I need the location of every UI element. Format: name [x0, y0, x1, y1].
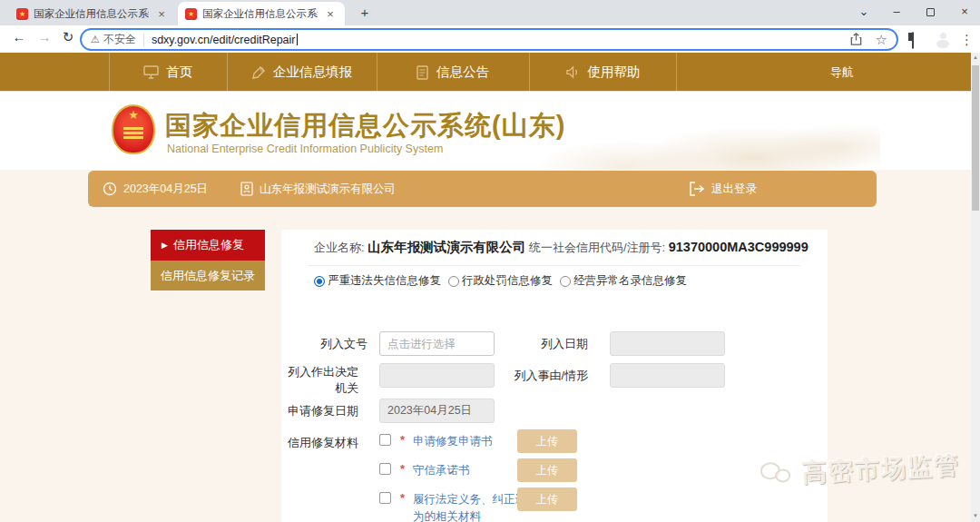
- url-text[interactable]: sdxy.gov.cn/edit/creditRepair: [152, 34, 296, 46]
- header-background-art: [517, 92, 880, 170]
- address-bar[interactable]: ⚠ 不安全 sdxy.gov.cn/edit/creditRepair ☆: [80, 28, 898, 51]
- list-doc-number-label: 列入文号: [288, 336, 368, 352]
- not-secure-label[interactable]: 不安全: [103, 32, 136, 47]
- sidebar-item-repair-records[interactable]: 信用信息修复记录: [151, 261, 265, 291]
- national-emblem-logo: ★: [112, 104, 155, 154]
- active-marker-icon: ▶: [162, 241, 168, 250]
- radio-icon[interactable]: [448, 276, 459, 287]
- wechat-icon: [760, 459, 796, 490]
- logout-label: 退出登录: [711, 182, 757, 197]
- nav-label: 企业信息填报: [273, 64, 352, 81]
- radio-selected-icon[interactable]: [314, 276, 325, 287]
- radio-admin-penalty[interactable]: 行政处罚信息修复: [448, 273, 553, 289]
- material-checkbox-3[interactable]: [379, 492, 391, 504]
- company-name-label: 企业名称:: [314, 241, 365, 254]
- not-secure-warning-icon: ⚠: [91, 34, 100, 45]
- company-info-row: 企业名称: 山东年报测试演示有限公司 统一社会信用代码/注册号: 9137000…: [314, 239, 808, 256]
- upload-button-2[interactable]: 上传: [517, 458, 577, 482]
- monitor-icon: [143, 65, 159, 79]
- pen-icon: [251, 65, 266, 80]
- emblem-star: ★: [113, 106, 153, 124]
- chip-separator: [143, 34, 144, 46]
- sidebar-label: 信用信息修复: [173, 237, 244, 253]
- radio-label: 严重违法失信信息修复: [328, 273, 441, 289]
- list-reason-label: 列入事由/情形: [490, 368, 588, 384]
- browser-tab-1[interactable]: ★ 国家企业信用信息公示系统 ×: [9, 2, 176, 25]
- window-restore-button[interactable]: [926, 8, 935, 16]
- nav-item-announcements[interactable]: 信息公告: [377, 53, 529, 92]
- tab-close-icon[interactable]: ×: [323, 7, 338, 21]
- logged-in-company: 山东年报测试演示有限公司: [240, 171, 396, 207]
- nav-label: 首页: [166, 64, 192, 81]
- upload-button-1[interactable]: 上传: [517, 429, 577, 453]
- company-text: 山东年报测试演示有限公司: [260, 182, 396, 197]
- window-close-button[interactable]: ×: [955, 4, 975, 20]
- new-tab-button[interactable]: +: [356, 4, 374, 22]
- nav-item-home[interactable]: 首页: [109, 53, 227, 92]
- apply-date-input: [379, 399, 495, 423]
- back-button[interactable]: ←: [9, 29, 29, 44]
- deciding-authority-label: 列入作出决定机关: [279, 364, 358, 396]
- divider: [309, 265, 800, 266]
- nav-navigation-link[interactable]: 导航: [830, 64, 854, 81]
- deciding-authority-input: [379, 363, 495, 388]
- radio-icon[interactable]: [560, 276, 571, 287]
- text-caret: [297, 34, 298, 45]
- share-icon[interactable]: [849, 33, 863, 46]
- speaker-icon: [565, 65, 581, 79]
- sidebar-label: 信用信息修复记录: [161, 268, 255, 284]
- site-title: 国家企业信用信息公示系统(山东): [165, 108, 565, 144]
- date-text: 2023年04月25日: [123, 182, 208, 197]
- list-date-label: 列入日期: [490, 336, 588, 352]
- browser-tab-strip: ★ 国家企业信用信息公示系统 × ★ 国家企业信用信息公示系统 × + ⌄ – …: [0, 0, 980, 25]
- logout-button[interactable]: 退出登录: [690, 171, 757, 207]
- required-asterisk: *: [400, 491, 405, 505]
- apply-date-label: 申请修复日期: [279, 403, 358, 419]
- tab-search-chevron-icon[interactable]: ⌄: [854, 4, 874, 20]
- nav-label: 信息公告: [436, 64, 489, 81]
- sidebar-item-credit-repair[interactable]: ▶ 信用信息修复: [151, 230, 265, 261]
- nav-label: 使用帮助: [588, 64, 641, 81]
- site-favicon-icon: ★: [16, 8, 28, 20]
- list-reason-input: [610, 363, 725, 388]
- radio-abnormal-list[interactable]: 经营异常名录信息修复: [560, 273, 687, 289]
- materials-label: 信用修复材料: [279, 435, 358, 451]
- nav-divider: [676, 53, 677, 92]
- tab-title: 国家企业信用信息公示系统: [34, 7, 149, 21]
- site-favicon-icon: ★: [185, 8, 197, 20]
- side-panel-icon[interactable]: [912, 33, 914, 49]
- required-asterisk: *: [400, 462, 405, 476]
- current-date: 2023年04月25日: [103, 171, 208, 207]
- scroll-up-icon[interactable]: ▲: [971, 54, 980, 60]
- tab-close-icon[interactable]: ×: [154, 7, 169, 21]
- session-info-bar: 2023年04月25日 山东年报测试演示有限公司 退出登录: [88, 171, 877, 207]
- scrollbar-thumb[interactable]: [972, 65, 979, 211]
- nav-item-help[interactable]: 使用帮助: [529, 53, 676, 92]
- required-asterisk: *: [400, 433, 405, 447]
- bookmark-star-icon[interactable]: ☆: [876, 32, 887, 48]
- scroll-down-icon[interactable]: ▼: [971, 513, 980, 518]
- radio-label: 经营异常名录信息修复: [573, 273, 687, 289]
- browser-tab-2-active[interactable]: ★ 国家企业信用信息公示系统 ×: [178, 2, 345, 25]
- browser-menu-icon[interactable]: ⋮: [960, 32, 974, 48]
- upload-button-3[interactable]: 上传: [517, 488, 577, 511]
- credit-code-label: 统一社会信用代码/注册号:: [529, 241, 665, 254]
- site-subtitle: National Enterprise Credit Information P…: [167, 143, 443, 155]
- material-checkbox-2[interactable]: [379, 463, 391, 475]
- radio-label: 行政处罚信息修复: [462, 273, 553, 289]
- watermark-text: 高密市场监管: [801, 448, 961, 489]
- emblem-gate: [123, 127, 143, 130]
- window-minimize-button[interactable]: –: [887, 4, 906, 20]
- document-icon: [416, 65, 429, 80]
- company-name-value: 山东年报测试演示有限公司: [368, 240, 525, 254]
- reload-button[interactable]: ↻: [58, 29, 78, 45]
- forward-button[interactable]: →: [34, 29, 54, 44]
- list-doc-number-input[interactable]: [379, 331, 495, 356]
- list-date-input: [610, 331, 725, 356]
- material-checkbox-1[interactable]: [379, 434, 391, 446]
- clock-icon: [103, 182, 117, 196]
- radio-serious-violation[interactable]: 严重违法失信信息修复: [314, 273, 441, 289]
- repair-type-radio-group: 严重违法失信信息修复 行政处罚信息修复 经营异常名录信息修复: [314, 273, 694, 289]
- user-badge-icon: [240, 182, 253, 196]
- nav-item-enterprise-filing[interactable]: 企业信息填报: [227, 53, 377, 92]
